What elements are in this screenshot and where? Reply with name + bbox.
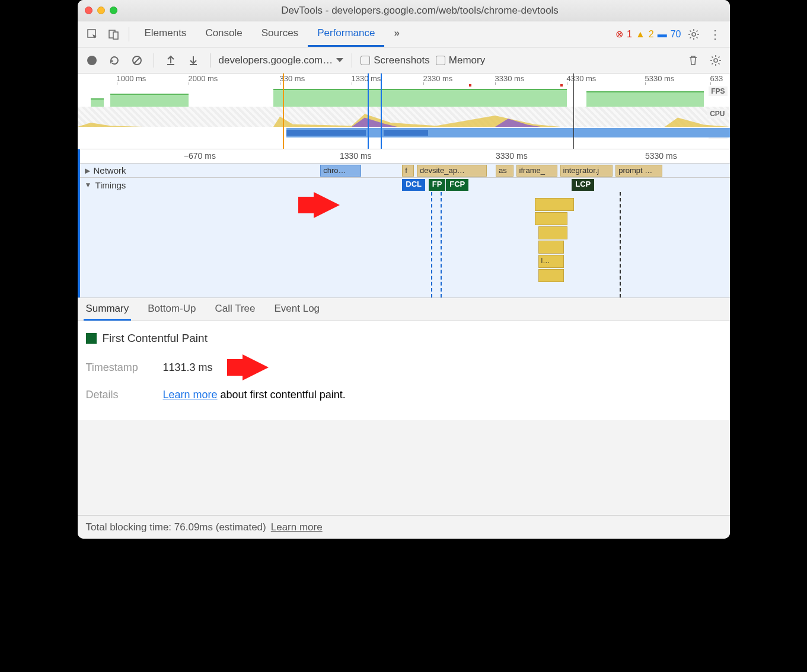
fp-line bbox=[441, 192, 442, 297]
tab-summary[interactable]: Summary bbox=[84, 298, 132, 321]
tab-console[interactable]: Console bbox=[196, 21, 251, 47]
tab-bottom-up[interactable]: Bottom-Up bbox=[145, 298, 198, 321]
window-title: DevTools - developers.google.com/web/too… bbox=[117, 5, 723, 17]
title-url: developers.google.com/web/tools/chrome-d… bbox=[331, 5, 559, 16]
save-profile-icon[interactable] bbox=[185, 52, 202, 69]
timestamp-label: Timestamp bbox=[86, 361, 151, 374]
reload-record-button[interactable] bbox=[106, 52, 123, 69]
network-item[interactable]: devsite_ap… bbox=[417, 165, 487, 177]
details-text: about first contentful paint. bbox=[218, 389, 346, 401]
ruler-tick: 5330 ms bbox=[645, 151, 677, 161]
screenshots-label: Screenshots bbox=[374, 55, 430, 66]
ruler-tick: −670 ms bbox=[184, 151, 216, 161]
more-tabs-button[interactable]: » bbox=[384, 21, 409, 47]
timings-body: l… bbox=[145, 192, 730, 297]
network-item[interactable]: chro… bbox=[320, 165, 361, 177]
divider bbox=[154, 53, 154, 68]
titlebar: DevTools - developers.google.com/web/too… bbox=[78, 0, 730, 21]
tab-call-tree[interactable]: Call Tree bbox=[212, 298, 257, 321]
tab-performance[interactable]: Performance bbox=[308, 21, 384, 47]
clear-button[interactable] bbox=[129, 52, 145, 69]
long-task-block[interactable] bbox=[538, 269, 564, 282]
svg-rect-2 bbox=[113, 32, 118, 39]
zoom-window-button[interactable] bbox=[110, 7, 117, 14]
memory-label: Memory bbox=[449, 55, 485, 66]
network-item[interactable]: integrator.j bbox=[560, 165, 613, 177]
device-toggle-icon[interactable] bbox=[105, 25, 123, 43]
network-item[interactable]: iframe_ bbox=[516, 165, 557, 177]
checkbox-icon bbox=[361, 56, 370, 65]
load-profile-icon[interactable] bbox=[162, 52, 179, 69]
learn-more-link[interactable]: Learn more bbox=[163, 389, 218, 401]
fcp-badge[interactable]: FCP bbox=[446, 179, 468, 191]
flame-ruler: −670 ms 1330 ms 3330 ms 5330 ms bbox=[80, 149, 730, 164]
fp-badge[interactable]: FP bbox=[429, 179, 446, 191]
error-icon[interactable]: ⊗ bbox=[615, 28, 623, 40]
record-button[interactable] bbox=[84, 52, 100, 69]
settings-icon[interactable] bbox=[685, 25, 703, 43]
dcl-badge[interactable]: DCL bbox=[402, 179, 425, 191]
detail-tabs: Summary Bottom-Up Call Tree Event Log bbox=[78, 297, 730, 321]
network-item[interactable]: as bbox=[496, 165, 513, 177]
traffic-lights bbox=[85, 7, 117, 14]
fps-label: FPS bbox=[709, 87, 727, 96]
status-icons: ⊗1 ▲2 ▬70 bbox=[615, 28, 681, 40]
divider bbox=[129, 27, 129, 41]
dcl-line bbox=[431, 192, 432, 297]
long-task-block[interactable] bbox=[535, 212, 567, 225]
event-name: First Contentful Paint bbox=[103, 332, 208, 345]
lcp-line bbox=[620, 192, 621, 297]
tab-sources[interactable]: Sources bbox=[252, 21, 308, 47]
overview-ruler: 1000 ms 2000 ms 330 ms 1330 ms 2330 ms 3… bbox=[78, 73, 730, 84]
ruler-tick: 1330 ms bbox=[340, 151, 372, 161]
flame-chart[interactable]: −670 ms 1330 ms 3330 ms 5330 ms ▶ Networ… bbox=[78, 149, 730, 297]
overview-minimap[interactable]: 1000 ms 2000 ms 330 ms 1330 ms 2330 ms 3… bbox=[78, 73, 730, 149]
warning-count[interactable]: 2 bbox=[649, 29, 654, 40]
panel-tabs: Elements Console Sources Performance » bbox=[135, 21, 409, 47]
expand-icon: ▶ bbox=[85, 167, 90, 175]
minimize-window-button[interactable] bbox=[97, 7, 105, 14]
long-task-block[interactable] bbox=[535, 198, 574, 211]
divider bbox=[352, 53, 352, 68]
status-bar: Total blocking time: 76.09ms (estimated)… bbox=[78, 515, 730, 539]
ruler-tick: 1330 ms bbox=[352, 74, 381, 83]
performance-toolbar: developers.google.com… Screenshots Memor… bbox=[78, 47, 730, 73]
network-item[interactable]: prompt … bbox=[615, 165, 662, 177]
blocking-time-learn-more[interactable]: Learn more bbox=[271, 521, 323, 533]
trash-icon[interactable] bbox=[685, 52, 701, 69]
more-options-icon[interactable]: ⋮ bbox=[706, 25, 724, 43]
viewport-start-handle[interactable] bbox=[283, 73, 284, 149]
message-icon[interactable]: ▬ bbox=[658, 29, 667, 40]
ruler-tick: 4330 ms bbox=[567, 74, 597, 83]
timestamp-row: Timestamp 1131.3 ms bbox=[86, 354, 722, 380]
summary-title: First Contentful Paint bbox=[86, 332, 722, 345]
long-task-block[interactable] bbox=[538, 226, 567, 239]
main-panel-bar: Elements Console Sources Performance » ⊗… bbox=[78, 21, 730, 47]
lcp-badge[interactable]: LCP bbox=[572, 179, 594, 191]
close-window-button[interactable] bbox=[85, 7, 92, 14]
memory-checkbox[interactable]: Memory bbox=[436, 55, 485, 66]
long-task-block[interactable]: l… bbox=[538, 255, 564, 268]
tab-elements[interactable]: Elements bbox=[135, 21, 196, 47]
svg-line-5 bbox=[134, 57, 140, 63]
devtools-window: DevTools - developers.google.com/web/too… bbox=[78, 0, 730, 539]
tab-event-log[interactable]: Event Log bbox=[272, 298, 323, 321]
event-color-swatch bbox=[86, 333, 97, 344]
long-task-block[interactable] bbox=[538, 241, 564, 254]
marker-line bbox=[381, 73, 382, 149]
message-count[interactable]: 70 bbox=[671, 29, 681, 40]
inspect-element-icon[interactable] bbox=[84, 25, 101, 43]
error-count[interactable]: 1 bbox=[627, 29, 632, 40]
network-item[interactable]: f bbox=[402, 165, 414, 177]
annotation-arrow bbox=[243, 354, 269, 380]
ruler-tick: 5330 ms bbox=[645, 74, 675, 83]
ruler-tick: 3330 ms bbox=[496, 151, 528, 161]
warning-icon[interactable]: ▲ bbox=[636, 29, 645, 40]
net-lane: NET bbox=[78, 127, 730, 139]
timings-track-header[interactable]: ▼ Timings DCL FP FCP LCP bbox=[80, 178, 730, 192]
details-label: Details bbox=[86, 389, 151, 401]
screenshots-checkbox[interactable]: Screenshots bbox=[361, 55, 430, 66]
capture-settings-icon[interactable] bbox=[707, 52, 724, 69]
network-track-header[interactable]: ▶ Network chro… f devsite_ap… as iframe_… bbox=[80, 164, 730, 178]
recording-select[interactable]: developers.google.com… bbox=[219, 55, 344, 66]
